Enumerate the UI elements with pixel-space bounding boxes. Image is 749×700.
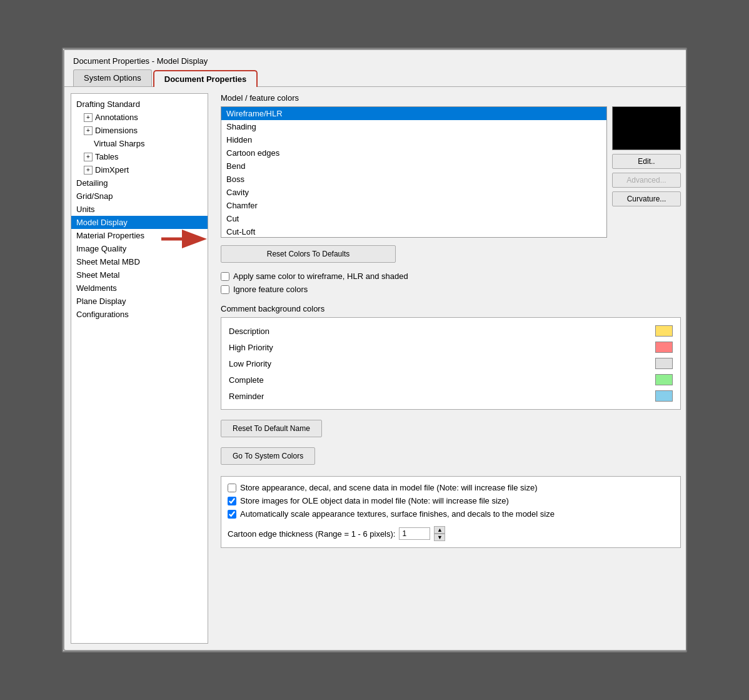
material-properties-label: Material Properties	[76, 231, 144, 240]
sidebar-item-virtual-sharps[interactable]: Virtual Sharps	[71, 137, 208, 150]
color-list[interactable]: Wireframe/HLRShadingHiddenCartoon edgesB…	[221, 106, 607, 238]
apply-same-color-row: Apply same color to wireframe, HLR and s…	[221, 271, 681, 281]
sidebar-item-annotations[interactable]: + Annotations	[71, 111, 208, 124]
tables-label: Tables	[95, 152, 119, 161]
comment-row: Description	[228, 323, 674, 339]
spinner-buttons: ▲ ▼	[434, 526, 445, 541]
sidebar-item-detailing[interactable]: Detailing	[71, 176, 208, 190]
cartoon-edge-input[interactable]	[399, 527, 430, 540]
reset-default-name-button[interactable]: Reset To Default Name	[221, 420, 322, 437]
spinner-down-button[interactable]: ▼	[434, 534, 445, 541]
ignore-feature-colors-row: Ignore feature colors	[221, 285, 681, 294]
color-list-item[interactable]: Shading	[221, 120, 606, 133]
edit-button[interactable]: Edit..	[612, 154, 681, 169]
content-area: Drafting Standard + Annotations + Dimens…	[64, 87, 687, 650]
store-appearance-row: Store appearance, decal, and scene data …	[228, 483, 674, 492]
red-arrow-icon	[158, 228, 208, 250]
color-list-item[interactable]: Cut	[221, 212, 606, 225]
color-list-item[interactable]: Boss	[221, 173, 606, 186]
color-list-item[interactable]: Bend	[221, 160, 606, 173]
go-to-system-colors-button[interactable]: Go To System Colors	[221, 447, 315, 465]
expand-icon-dimensions[interactable]: +	[84, 126, 93, 135]
comment-color-box[interactable]	[655, 342, 673, 353]
comment-item-label: Complete	[229, 375, 264, 385]
store-appearance-checkbox[interactable]	[228, 484, 236, 492]
sidebar-item-sheet-metal-mbd[interactable]: Sheet Metal MBD	[71, 255, 208, 268]
comment-item-label: Description	[229, 327, 269, 336]
sidebar-item-weldments[interactable]: Weldments	[71, 282, 208, 295]
apply-same-color-label: Apply same color to wireframe, HLR and s…	[233, 271, 408, 281]
sidebar: Drafting Standard + Annotations + Dimens…	[71, 93, 208, 644]
color-list-item[interactable]: Hidden	[221, 133, 606, 146]
virtual-sharps-label: Virtual Sharps	[94, 139, 144, 148]
checkboxes-section: Apply same color to wireframe, HLR and s…	[221, 271, 681, 294]
expand-icon-tables[interactable]: +	[84, 153, 93, 161]
dimxpert-label: DimXpert	[95, 165, 129, 175]
color-preview-box	[612, 106, 681, 150]
expand-icon-dimxpert[interactable]: +	[84, 166, 93, 175]
comment-item-label: Reminder	[229, 392, 264, 401]
colors-area: Wireframe/HLRShadingHiddenCartoon edgesB…	[221, 106, 681, 238]
sidebar-item-dimxpert[interactable]: + DimXpert	[71, 163, 208, 176]
title-bar: Document Properties - Model Display	[64, 50, 687, 69]
color-list-item[interactable]: Cartoon edges	[221, 146, 606, 160]
store-images-row: Store images for OLE object data in mode…	[228, 496, 674, 505]
store-appearance-label: Store appearance, decal, and scene data …	[240, 483, 537, 492]
sidebar-item-configurations[interactable]: Configurations	[71, 308, 208, 321]
dimensions-label: Dimensions	[95, 126, 138, 135]
color-list-item[interactable]: Cut-Loft	[221, 225, 606, 238]
annotations-label: Annotations	[95, 113, 138, 122]
sidebar-item-units[interactable]: Units	[71, 203, 208, 216]
spinner-up-button[interactable]: ▲	[434, 526, 445, 534]
sheet-metal-mbd-label: Sheet Metal MBD	[76, 257, 140, 266]
color-list-item[interactable]: Cavity	[221, 186, 606, 199]
tab-system-options[interactable]: System Options	[73, 69, 152, 86]
expand-icon-annotations[interactable]: +	[84, 113, 93, 122]
curvature-button[interactable]: Curvature...	[612, 191, 681, 206]
bottom-checkboxes: Store appearance, decal, and scene data …	[221, 476, 681, 548]
color-list-item[interactable]: Wireframe/HLR	[221, 107, 606, 120]
comment-color-box[interactable]	[655, 374, 673, 385]
sidebar-item-tables[interactable]: + Tables	[71, 150, 208, 163]
comment-color-box[interactable]	[655, 390, 673, 402]
tabs-row: System Options Document Properties	[64, 69, 687, 87]
comment-item-label: Low Priority	[229, 359, 271, 368]
comment-list: DescriptionHigh PriorityLow PriorityComp…	[221, 317, 681, 410]
store-images-label: Store images for OLE object data in mode…	[240, 496, 509, 505]
sidebar-item-dimensions[interactable]: + Dimensions	[71, 124, 208, 137]
configurations-label: Configurations	[76, 310, 129, 319]
sidebar-item-plane-display[interactable]: Plane Display	[71, 295, 208, 308]
ignore-feature-colors-checkbox[interactable]	[221, 285, 229, 294]
sheet-metal-label: Sheet Metal	[76, 270, 119, 280]
advanced-button[interactable]: Advanced...	[612, 173, 681, 188]
color-list-item[interactable]: Chamfer	[221, 199, 606, 212]
sidebar-item-model-display[interactable]: Model Display	[71, 216, 208, 229]
go-to-system-colors-row: Go To System Colors	[221, 447, 681, 465]
units-label: Units	[76, 205, 95, 214]
color-preview-panel: Edit.. Advanced... Curvature...	[612, 106, 681, 206]
color-list-container: Wireframe/HLRShadingHiddenCartoon edgesB…	[221, 106, 607, 238]
reset-colors-button[interactable]: Reset Colors To Defaults	[221, 245, 396, 263]
comment-row: High Priority	[228, 339, 674, 355]
sidebar-item-grid-snap[interactable]: Grid/Snap	[71, 190, 208, 203]
tab-document-properties[interactable]: Document Properties	[153, 70, 258, 87]
apply-same-color-checkbox[interactable]	[221, 272, 229, 281]
image-quality-label: Image Quality	[76, 244, 126, 253]
comment-row: Complete	[228, 372, 674, 388]
comment-item-label: High Priority	[229, 343, 273, 352]
feature-colors-title: Model / feature colors	[221, 93, 681, 103]
auto-scale-checkbox[interactable]	[228, 510, 236, 519]
dialog-window: Document Properties - Model Display Syst…	[62, 48, 687, 652]
model-display-label: Model Display	[76, 218, 128, 227]
auto-scale-label: Automatically scale appearance textures,…	[240, 509, 555, 519]
reset-default-name-row: Reset To Default Name	[221, 420, 681, 437]
comment-color-box[interactable]	[655, 358, 673, 369]
comment-color-box[interactable]	[655, 325, 673, 337]
sidebar-item-sheet-metal[interactable]: Sheet Metal	[71, 268, 208, 282]
auto-scale-row: Automatically scale appearance textures,…	[228, 509, 674, 519]
feature-colors-section: Model / feature colors Wireframe/HLRShad…	[221, 93, 681, 238]
comment-bg-section: Comment background colors DescriptionHig…	[221, 304, 681, 410]
sidebar-item-drafting-standard[interactable]: Drafting Standard	[71, 98, 208, 111]
store-images-checkbox[interactable]	[228, 497, 236, 505]
window-title: Document Properties - Model Display	[73, 56, 208, 66]
